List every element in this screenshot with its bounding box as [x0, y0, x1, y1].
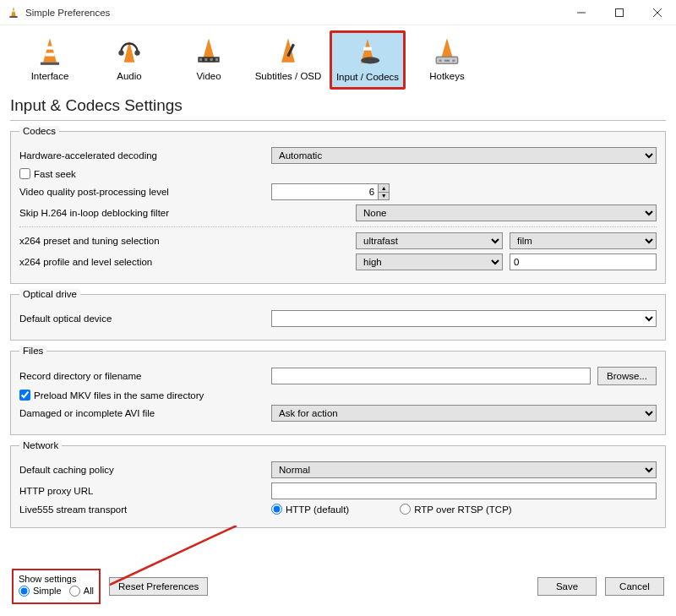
cancel-button[interactable]: Cancel	[605, 577, 664, 596]
select-x264-preset[interactable]: ultrafast	[356, 232, 503, 249]
close-button[interactable]	[638, 0, 676, 25]
svg-rect-8	[46, 46, 54, 50]
show-settings-title: Show settings	[19, 573, 94, 585]
radio-show-simple[interactable]: Simple	[19, 585, 62, 597]
label-hw-decode: Hardware-accelerated decoding	[19, 150, 264, 161]
select-skip-deblock[interactable]: None	[356, 204, 657, 221]
tab-label: Interface	[15, 71, 84, 81]
label-damaged-avi: Damaged or incomplete AVI file	[19, 408, 264, 418]
spin-down-icon[interactable]: ▼	[379, 193, 389, 200]
svg-rect-29	[452, 60, 455, 62]
pen-cone-icon	[254, 35, 323, 68]
save-button[interactable]: Save	[537, 577, 597, 596]
radio-show-all-input[interactable]	[69, 586, 80, 597]
svg-rect-17	[204, 58, 207, 61]
maximize-button[interactable]	[600, 0, 638, 25]
svg-point-24	[361, 57, 379, 64]
tab-label: Video	[174, 71, 243, 81]
tab-label: Subtitles / OSD	[254, 71, 323, 81]
checkbox-preload-mkv[interactable]: Preload MKV files in the same directory	[19, 390, 204, 401]
input-record-dir[interactable]	[271, 368, 591, 384]
tab-input-codecs[interactable]: Input / Codecs	[330, 30, 406, 90]
svg-rect-23	[363, 47, 372, 51]
headphones-cone-icon	[95, 35, 164, 68]
tab-label: Hotkeys	[412, 71, 482, 81]
divider	[10, 120, 666, 121]
reset-preferences-button[interactable]: Reset Preferences	[109, 577, 208, 596]
show-settings-box: Show settings Simple All	[12, 569, 101, 604]
group-codecs: Codecs Hardware-accelerated decoding Aut…	[10, 126, 666, 284]
tab-interface[interactable]: Interface	[12, 30, 88, 90]
tab-audio[interactable]: Audio	[91, 30, 167, 90]
svg-rect-27	[439, 60, 442, 62]
radio-show-all-label: All	[84, 585, 94, 597]
svg-rect-16	[199, 58, 202, 61]
select-damaged-avi[interactable]: Ask for action	[271, 405, 657, 422]
svg-rect-18	[210, 58, 213, 61]
select-x264-tuning[interactable]: film	[510, 232, 657, 249]
disc-cone-icon	[334, 36, 401, 68]
label-skip-deblock: Skip H.264 in-loop deblocking filter	[19, 208, 349, 218]
svg-marker-25	[442, 38, 453, 57]
svg-rect-9	[45, 53, 54, 57]
svg-marker-7	[43, 38, 57, 62]
label-x264-preset: x264 preset and tuning selection	[19, 236, 349, 246]
radio-live555-rtp-label: RTP over RTSP (TCP)	[414, 504, 511, 515]
select-x264-profile[interactable]: high	[356, 253, 503, 270]
category-toolbar: Interface Audio Video Subtitles / OSD In…	[0, 25, 676, 91]
svg-rect-1	[12, 10, 14, 11]
checkbox-fast-seek[interactable]: Fast seek	[19, 168, 76, 179]
keyboard-cone-icon	[412, 35, 482, 68]
spin-vq-post[interactable]: ▲▼	[271, 183, 390, 200]
svg-rect-19	[215, 58, 218, 61]
window-title: Simple Preferences	[25, 8, 110, 18]
label-caching: Default caching policy	[19, 465, 264, 475]
group-files: Files Record directory or filename Brows…	[10, 346, 666, 435]
tab-label: Input / Codecs	[334, 72, 401, 82]
film-cone-icon	[174, 35, 243, 68]
spin-vq-post-input[interactable]	[272, 184, 378, 199]
radio-live555-rtp-input[interactable]	[400, 504, 411, 515]
svg-rect-4	[615, 8, 623, 16]
group-legend: Codecs	[19, 126, 59, 136]
tab-video[interactable]: Video	[171, 30, 247, 90]
select-optical-device[interactable]	[271, 310, 657, 327]
divider	[19, 226, 657, 227]
svg-point-13	[134, 50, 139, 55]
group-network: Network Default caching policy Normal HT…	[10, 440, 666, 528]
label-proxy: HTTP proxy URL	[19, 486, 264, 496]
select-caching[interactable]: Normal	[271, 461, 657, 478]
browse-button[interactable]: Browse...	[597, 367, 657, 385]
radio-show-simple-input[interactable]	[19, 586, 30, 597]
group-optical: Optical drive Default optical device	[10, 289, 666, 341]
label-x264-profile: x264 profile and level selection	[19, 257, 349, 267]
group-legend: Network	[19, 440, 62, 450]
input-proxy[interactable]	[271, 482, 657, 499]
minimize-button[interactable]	[562, 0, 600, 25]
checkbox-fast-seek-label: Fast seek	[34, 169, 76, 179]
tab-subtitles[interactable]: Subtitles / OSD	[250, 30, 326, 90]
select-hw-decode[interactable]: Automatic	[271, 147, 657, 164]
group-legend: Files	[19, 346, 46, 356]
radio-live555-rtp[interactable]: RTP over RTSP (TCP)	[400, 504, 511, 515]
checkbox-fast-seek-input[interactable]	[19, 168, 30, 179]
svg-marker-20	[281, 38, 295, 62]
radio-show-simple-label: Simple	[33, 585, 62, 597]
page-title: Input & Codecs Settings	[0, 91, 676, 118]
tab-hotkeys[interactable]: Hotkeys	[409, 30, 485, 90]
label-optical-device: Default optical device	[19, 313, 264, 324]
label-record-dir: Record directory or filename	[19, 371, 264, 381]
radio-live555-http-input[interactable]	[271, 504, 282, 515]
radio-show-all[interactable]: All	[69, 585, 94, 597]
titlebar: Simple Preferences	[0, 0, 676, 25]
checkbox-preload-mkv-label: Preload MKV files in the same directory	[34, 390, 204, 401]
settings-content: Codecs Hardware-accelerated decoding Aut…	[0, 126, 676, 528]
spin-up-icon[interactable]: ▲	[379, 184, 389, 193]
input-x264-level[interactable]	[510, 253, 657, 270]
label-vq-post: Video quality post-processing level	[19, 187, 264, 197]
radio-live555-http[interactable]: HTTP (default)	[271, 504, 349, 515]
checkbox-preload-mkv-input[interactable]	[19, 390, 30, 401]
svg-rect-10	[41, 63, 59, 65]
app-icon	[7, 6, 20, 19]
footer: Show settings Simple All Reset Preferenc…	[0, 560, 676, 616]
